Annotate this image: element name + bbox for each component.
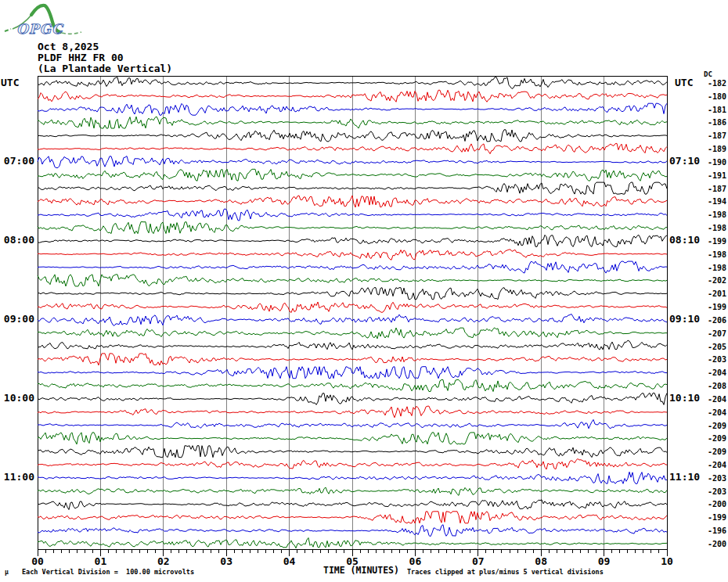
dc-value-row-23: -204 (701, 368, 726, 377)
hour-label-left-08:00: 08:00 (0, 235, 34, 246)
dc-value-row-32: -203 (701, 487, 726, 496)
dc-value-row-20: -207 (701, 329, 726, 338)
dc-value-row-36: -200 (701, 540, 726, 548)
hour-label-left-09:00: 09:00 (0, 314, 34, 325)
hour-label-left-07:00: 07:00 (0, 156, 34, 167)
hour-label-left-10:00: 10:00 (0, 393, 34, 404)
dc-value-row-25: -204 (701, 395, 726, 404)
dc-value-row-11: -198 (701, 210, 726, 219)
dc-value-row-9: -187 (701, 185, 726, 193)
dc-value-row-7: -190 (701, 158, 726, 167)
x-tick-label-09: 09 (594, 555, 614, 567)
dc-value-row-5: -187 (701, 131, 726, 140)
helicorder-page: OPGC Oct 8,2025 PLDF HHZ FR 00 (La Plant… (0, 0, 728, 582)
dc-value-row-28: -209 (701, 434, 726, 443)
dc-value-row-26: -204 (701, 408, 726, 417)
dc-value-row-21: -205 (701, 343, 726, 351)
x-tick-label-05: 05 (342, 555, 362, 567)
dc-value-row-18: -199 (701, 303, 726, 311)
hour-label-right-10:10: 10:10 (669, 393, 700, 404)
x-tick-label-02: 02 (153, 555, 174, 567)
dc-value-row-31: -203 (701, 474, 726, 483)
hour-label-right-09:10: 09:10 (669, 314, 700, 325)
dc-value-row-15: -198 (701, 264, 726, 272)
dc-value-row-13: -199 (701, 237, 726, 246)
dc-value-row-12: -198 (701, 224, 726, 232)
dc-value-row-1: -182 (701, 79, 726, 88)
dc-value-row-3: -181 (701, 106, 726, 114)
x-tick-label-10: 10 (657, 555, 677, 567)
x-tick-label-04: 04 (279, 555, 300, 567)
mu-mark: μ (5, 569, 9, 576)
hour-label-right-08:10: 08:10 (669, 235, 700, 246)
dc-value-row-30: -204 (701, 461, 726, 469)
x-tick-label-01: 01 (90, 555, 110, 567)
x-tick-label-06: 06 (405, 555, 425, 567)
dc-value-row-33: -200 (701, 500, 726, 508)
dc-value-row-8: -191 (701, 171, 726, 180)
dc-value-row-17: -201 (701, 289, 726, 298)
scale-note: Each Vertical Division = 100.00 microvol… (22, 568, 194, 576)
dc-value-row-22: -203 (701, 355, 726, 364)
clip-note: Traces clipped at plus/minus 5 vertical … (407, 568, 604, 576)
x-tick-label-08: 08 (531, 555, 551, 567)
dc-value-row-34: -199 (701, 513, 726, 522)
dc-value-row-4: -186 (701, 118, 726, 127)
dc-value-row-14: -198 (701, 250, 726, 259)
x-tick-label-03: 03 (216, 555, 236, 567)
dc-value-row-27: -209 (701, 422, 726, 430)
dc-value-row-35: -196 (701, 526, 726, 535)
dc-value-row-24: -208 (701, 382, 726, 390)
x-tick-label-00: 00 (27, 555, 48, 567)
dc-value-row-6: -189 (701, 145, 726, 153)
dc-value-row-29: -209 (701, 447, 726, 456)
dc-value-row-2: -180 (701, 92, 726, 101)
hour-label-right-07:10: 07:10 (669, 156, 700, 167)
helicorder-plot (0, 0, 728, 582)
dc-value-row-10: -194 (701, 197, 726, 206)
x-tick-label-07: 07 (468, 555, 488, 567)
hour-label-left-11:00: 11:00 (0, 472, 34, 483)
hour-label-right-11:10: 11:10 (669, 472, 700, 483)
dc-value-row-16: -202 (701, 276, 726, 285)
dc-value-row-19: -206 (701, 316, 726, 325)
